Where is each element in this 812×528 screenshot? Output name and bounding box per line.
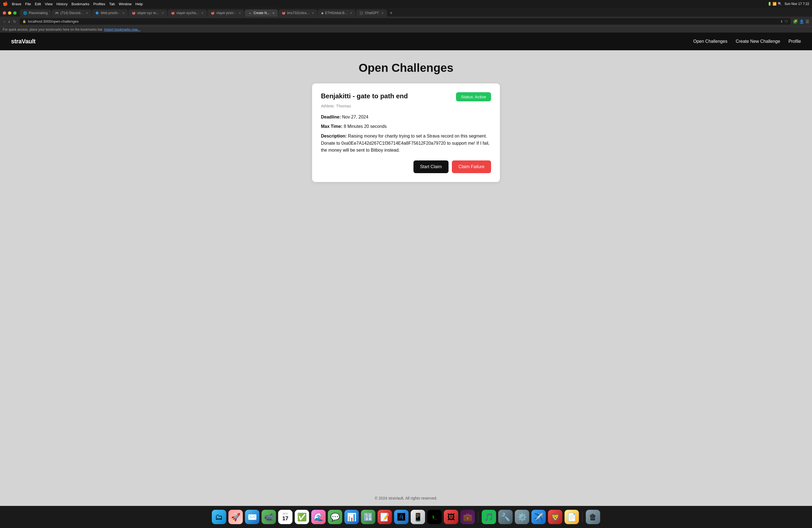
- menu-bar: 🍎 Brave File Edit View History Bookmarks…: [0, 0, 812, 8]
- maxtime-label: Max Time:: [321, 124, 343, 129]
- menu-view[interactable]: View: [45, 2, 53, 6]
- back-button[interactable]: ‹: [3, 19, 6, 24]
- dock-terminal[interactable]: $_: [427, 510, 441, 524]
- dock-settings[interactable]: ⚙️: [515, 510, 529, 524]
- close-window-button[interactable]: [3, 11, 6, 15]
- tab-close-icon[interactable]: ✕: [201, 12, 204, 15]
- traffic-lights: [3, 11, 17, 15]
- dock-trash[interactable]: 🗑: [586, 510, 600, 524]
- tab-discord[interactable]: 🎮 (714) Discord... ✕: [52, 10, 91, 17]
- dock-keynote[interactable]: 📊: [344, 510, 359, 524]
- dock-numbers[interactable]: 🔢: [361, 510, 375, 524]
- menubar-datetime: Sun Nov 17 7:22: [785, 2, 809, 6]
- menu-profiles[interactable]: Profiles: [93, 2, 105, 6]
- maxtime-row: Max Time: 8 Minutes 20 seconds: [321, 123, 491, 130]
- brave-shield-icon[interactable]: 🛡: [785, 19, 788, 24]
- reload-button[interactable]: ↻: [12, 19, 17, 24]
- tab-close-icon[interactable]: ✕: [350, 12, 352, 15]
- main-content: Open Challenges Benjakitti - gate to pat…: [0, 50, 812, 490]
- dock-preview[interactable]: 🖼: [444, 510, 458, 524]
- dock-arc[interactable]: 🌊: [311, 510, 325, 524]
- menu-brave[interactable]: Brave: [12, 2, 21, 6]
- profile-icon[interactable]: 👤: [799, 19, 804, 24]
- deadline-label: Deadline:: [321, 115, 341, 119]
- tab-close-icon[interactable]: ✕: [272, 12, 275, 15]
- dock-separator: [478, 511, 478, 523]
- url-text[interactable]: localhost:3000/open-challenges: [28, 19, 779, 24]
- nav-buttons: ‹ › ↻: [3, 19, 17, 24]
- tab-bar: 🌐 Placemaking 🎮 (714) Discord... ✕ 🔷 Web…: [0, 8, 812, 17]
- menu-tab[interactable]: Tab: [109, 2, 115, 6]
- challenge-title: Benjakitti - gate to path end: [321, 92, 408, 100]
- tab-vlayer3[interactable]: 🐙 vlayer-js/src · ✕: [207, 10, 244, 17]
- address-bar[interactable]: 🔒 localhost:3000/open-challenges ⬆ 🛡: [19, 18, 791, 25]
- extensions-icon[interactable]: 🧩: [793, 19, 798, 24]
- dock-launchpad[interactable]: 🚀: [228, 510, 243, 524]
- tab-label: Placemaking: [29, 11, 48, 15]
- menu-file[interactable]: File: [25, 2, 31, 6]
- tab-vlayer1[interactable]: 🐙 vlayer-xyz re... ✕: [128, 10, 167, 17]
- card-header: Benjakitti - gate to path end Status: Ac…: [321, 92, 491, 101]
- toolbar-right: 🧩 👤 ☰: [793, 19, 809, 24]
- menu-history[interactable]: History: [56, 2, 68, 6]
- nav-open-challenges[interactable]: Open Challenges: [693, 39, 727, 44]
- apple-menu[interactable]: 🍎: [3, 1, 8, 6]
- tab-favicon: 🎮: [55, 11, 59, 15]
- menu-icon[interactable]: ☰: [806, 19, 809, 24]
- dock-separator-2: [582, 511, 582, 523]
- dock-brave[interactable]: 🦁: [548, 510, 562, 524]
- navbar: straVault Open Challenges Create New Cha…: [0, 33, 812, 50]
- menu-window[interactable]: Window: [119, 2, 131, 6]
- tab-label: (714) Discord...: [60, 11, 83, 15]
- dock-finder[interactable]: 🗂: [212, 510, 226, 524]
- tab-close-icon[interactable]: ✕: [162, 12, 164, 15]
- nav-create-new-challenge[interactable]: Create New Challenge: [736, 39, 780, 44]
- tab-placemaking[interactable]: 🌐 Placemaking: [20, 10, 51, 17]
- claim-failure-button[interactable]: Claim Failure: [452, 160, 491, 173]
- tab-create-challenge[interactable]: 🔺 Create N... ✕: [245, 10, 278, 17]
- dock-spotify[interactable]: 🎵: [482, 510, 496, 524]
- tab-close-icon[interactable]: ✕: [238, 12, 241, 15]
- forward-button[interactable]: ›: [8, 19, 11, 24]
- minimize-window-button[interactable]: [8, 11, 11, 15]
- tab-favicon: 🌐: [23, 11, 27, 15]
- tab-chatgpt[interactable]: ⬛ ChatGPT ✕: [356, 10, 387, 17]
- description-label: Description:: [321, 134, 347, 138]
- tab-vlayer2[interactable]: 🐙 vlayer-xyz/ha... ✕: [168, 10, 207, 17]
- footer-text: © 2024 straVault. All rights reserved.: [375, 496, 437, 500]
- maximize-window-button[interactable]: [13, 11, 17, 15]
- dock-notes[interactable]: 📄: [565, 510, 579, 524]
- challenge-card: Benjakitti - gate to path end Status: Ac…: [312, 84, 500, 182]
- tab-close-icon[interactable]: ✕: [86, 12, 88, 15]
- tab-eth[interactable]: ◆ ETHGlobal B... ✕: [318, 10, 356, 17]
- share-icon[interactable]: ⬆: [780, 19, 783, 24]
- dock-app9[interactable]: 🔧: [498, 510, 512, 524]
- new-tab-button[interactable]: +: [388, 10, 394, 17]
- menu-edit[interactable]: Edit: [35, 2, 41, 6]
- tab-favicon: ◆: [321, 11, 323, 15]
- tab-close-icon[interactable]: ✕: [312, 12, 314, 15]
- import-bookmarks-link[interactable]: Import bookmarks now...: [104, 28, 140, 31]
- menu-bookmarks[interactable]: Bookmarks: [72, 2, 89, 6]
- nav-profile[interactable]: Profile: [788, 39, 801, 44]
- dock-calendar[interactable]: NOV17: [278, 510, 292, 524]
- tab-close-icon[interactable]: ✕: [381, 12, 383, 15]
- dock-telegram[interactable]: ✈️: [532, 510, 546, 524]
- dock-reminders[interactable]: ✅: [295, 510, 309, 524]
- browser-chrome: 🌐 Placemaking 🎮 (714) Discord... ✕ 🔷 Web…: [0, 8, 812, 33]
- menu-help[interactable]: Help: [135, 2, 143, 6]
- dock-pages[interactable]: 📝: [378, 510, 392, 524]
- start-claim-button[interactable]: Start Claim: [414, 160, 449, 173]
- bookmarks-hint-text: For quick access, place your bookmarks h…: [3, 28, 103, 31]
- dock-facetime[interactable]: 📹: [262, 510, 276, 524]
- dock-appstore[interactable]: 🅰: [394, 510, 408, 524]
- dock-slack[interactable]: 💼: [460, 510, 475, 524]
- dock-mail[interactable]: ✉️: [245, 510, 259, 524]
- page-title: Open Challenges: [359, 61, 453, 75]
- tab-tms[interactable]: 🐙 tms7331/stra... ✕: [278, 10, 317, 17]
- tab-close-icon[interactable]: ✕: [122, 12, 125, 15]
- dock-iphone[interactable]: 📱: [411, 510, 425, 524]
- tab-webproofs[interactable]: 🔷 Web proofs · ✕: [92, 10, 128, 17]
- nav-links: Open Challenges Create New Challenge Pro…: [693, 39, 801, 44]
- dock-messages[interactable]: 💬: [328, 510, 342, 524]
